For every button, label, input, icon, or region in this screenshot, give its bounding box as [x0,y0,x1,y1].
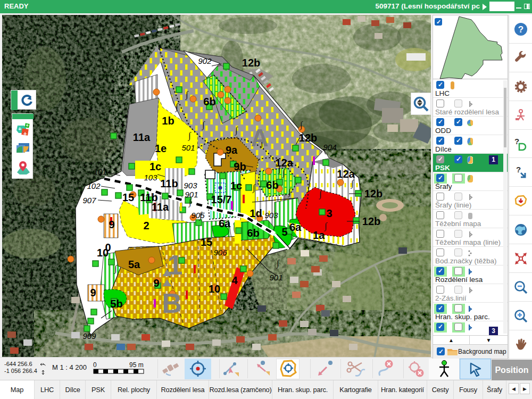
svg-text:?: ? [518,24,523,35]
svg-text:1b: 1b [162,115,174,127]
svg-text:102: 102 [87,181,101,190]
svg-text:9a: 9a [226,144,238,156]
svg-text:905: 905 [191,211,205,220]
svg-text:12a: 12a [337,168,355,180]
svg-text:11a: 11a [152,201,169,213]
svg-text:901: 901 [185,190,198,199]
svg-text:2: 2 [143,220,149,231]
svg-text:3: 3 [326,207,332,219]
svg-text:501: 501 [181,143,195,152]
svg-text:B: B [162,288,182,319]
svg-text:906: 906 [213,248,227,257]
svg-text:12b: 12b [299,132,317,144]
svg-text:0: 0 [105,242,111,253]
svg-text:95 m: 95 m [129,362,144,369]
svg-text:9b: 9b [234,161,246,172]
svg-text:12b: 12b [242,57,260,69]
svg-text:15: 15 [122,192,134,203]
svg-text:+: + [18,126,21,132]
svg-text:1d: 1d [250,207,262,219]
svg-text:12b: 12b [362,215,380,227]
svg-text:4: 4 [231,275,238,286]
svg-text:1a: 1a [313,229,325,241]
svg-text:12a: 12a [275,157,293,169]
svg-text:11a: 11a [133,131,151,143]
svg-text:15: 15 [201,236,212,248]
svg-text:103: 103 [144,173,157,182]
svg-text:902: 902 [198,56,212,65]
svg-text:1c: 1c [149,161,161,172]
svg-text:5a: 5a [128,259,140,270]
svg-text:6b: 6b [247,227,259,239]
svg-text:6b: 6b [203,96,215,107]
svg-text:903: 903 [184,181,197,190]
svg-text:1c: 1c [230,180,242,192]
svg-text:907: 907 [82,196,96,205]
svg-text:6a: 6a [289,221,302,233]
svg-text:✓: ✓ [436,19,441,25]
svg-text:101: 101 [93,167,106,176]
svg-text:12b: 12b [364,188,383,200]
svg-text:11b: 11b [160,178,178,189]
svg-text:9: 9 [153,277,159,289]
svg-text:15/7: 15/7 [211,194,232,205]
svg-text:901: 901 [269,273,282,282]
svg-text:6a: 6a [219,218,231,229]
svg-text:6b: 6b [266,179,278,191]
svg-text:0: 0 [93,362,97,369]
svg-text:903: 903 [264,211,278,220]
svg-text:+: + [26,123,29,128]
svg-text:1e: 1e [155,143,167,154]
svg-text:5b: 5b [110,298,122,310]
svg-text:?: ? [516,165,521,174]
svg-text:5: 5 [281,226,287,238]
svg-text:9: 9 [109,219,114,230]
svg-text:A: A [251,124,268,152]
svg-text:10: 10 [209,283,220,295]
svg-text:+: + [23,130,27,137]
svg-text:9: 9 [90,287,96,298]
svg-text:✓: ✓ [438,348,444,355]
svg-text:909: 909 [82,331,96,340]
svg-text:904: 904 [323,143,336,152]
